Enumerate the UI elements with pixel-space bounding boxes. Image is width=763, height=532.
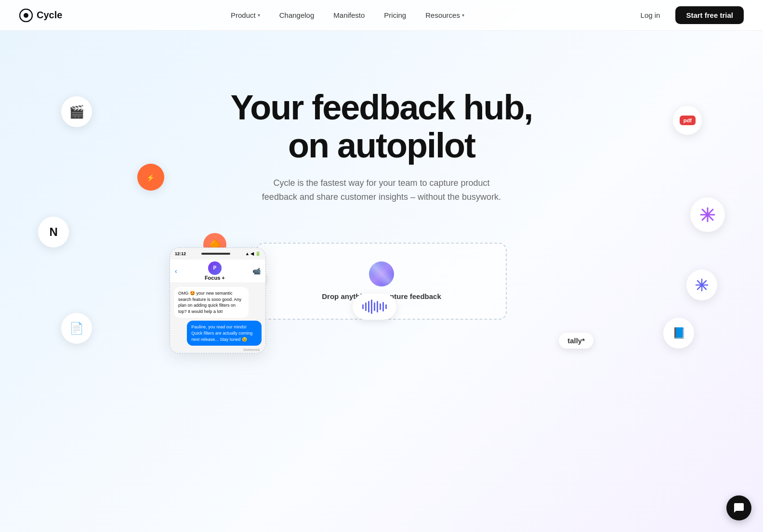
chat-bubble-sent: Pauline, you read our minds! Quick filte… xyxy=(187,321,262,346)
logo[interactable]: Cycle xyxy=(19,9,62,22)
nav-pricing[interactable]: Pricing xyxy=(376,7,414,23)
drop-zone-section: Drag me 🔶 12:12 ▲ ◀ 🔋 ‹ P Focus + 📹 OMG … xyxy=(0,233,763,339)
navbar: Cycle Product ▾ Changelog Manifesto Pric… xyxy=(0,0,763,31)
phone-chat-area: OMG 🤩 your new semantic search feature i… xyxy=(170,283,265,353)
hero-heading: Your feedback hub, on autopilot xyxy=(213,89,550,165)
phone-status-bar: 12:12 ▲ ◀ 🔋 xyxy=(170,248,265,260)
start-trial-button[interactable]: Start free trial xyxy=(675,6,744,24)
phone-video-icon: 📹 xyxy=(252,267,261,275)
logo-text: Cycle xyxy=(37,10,62,21)
chat-delivered-label: Delivered xyxy=(174,348,262,352)
globe-icon xyxy=(369,261,394,286)
phone-avatar: P xyxy=(208,261,222,275)
chat-bubble-received: OMG 🤩 your new semantic search feature i… xyxy=(174,287,249,318)
nav-resources[interactable]: Resources ▾ xyxy=(418,7,472,23)
chevron-down-icon: ▾ xyxy=(258,13,260,18)
hero-section: Your feedback hub, on autopilot Cycle is… xyxy=(0,31,763,233)
svg-point-1 xyxy=(24,13,28,18)
hero-subtext: Cycle is the fastest way for your team t… xyxy=(256,176,507,204)
phone-back-icon: ‹ xyxy=(175,267,177,275)
nav-manifesto[interactable]: Manifesto xyxy=(326,7,372,23)
nav-product[interactable]: Product ▾ xyxy=(223,7,268,23)
phone-mockup-container: 12:12 ▲ ◀ 🔋 ‹ P Focus + 📹 OMG 🤩 your new… xyxy=(170,247,266,353)
tally-badge: tally* xyxy=(559,333,593,349)
chevron-down-icon-resources: ▾ xyxy=(462,13,464,18)
chat-support-widget[interactable] xyxy=(726,495,751,520)
login-button[interactable]: Log in xyxy=(633,7,668,23)
nav-actions: Log in Start free trial xyxy=(633,6,744,24)
phone-mockup: 12:12 ▲ ◀ 🔋 ‹ P Focus + 📹 OMG 🤩 your new… xyxy=(170,247,266,353)
nav-changelog[interactable]: Changelog xyxy=(272,7,322,23)
nav-links: Product ▾ Changelog Manifesto Pricing Re… xyxy=(223,7,472,23)
phone-contact-name: Focus + xyxy=(205,275,225,281)
audio-waves-badge xyxy=(353,294,396,320)
phone-nav-bar: ‹ P Focus + 📹 xyxy=(170,260,265,283)
